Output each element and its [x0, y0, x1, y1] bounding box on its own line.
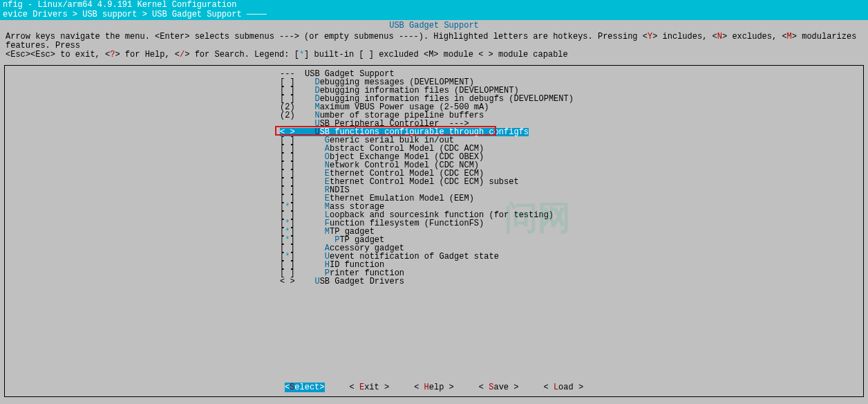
help-line1-b: > includes, < [652, 32, 717, 42]
select-button[interactable]: <Select> [285, 383, 325, 392]
save-button[interactable]: < Save > [479, 383, 519, 392]
spacer [389, 383, 409, 392]
help-line1-a: Arrow keys navigate the menu. <Enter> se… [6, 32, 648, 42]
load-open: < [543, 383, 553, 392]
exit-rest: xit > [364, 383, 389, 392]
help-line1-c: > excludes, < [722, 32, 787, 42]
spacer [325, 383, 345, 392]
main-area: USB Gadget Support Arrow keys navigate t… [0, 20, 868, 404]
help-line2-c: > for Search. Legend: [ [185, 50, 299, 59]
select-rest: elect> [294, 383, 324, 392]
help-rest: elp > [429, 383, 454, 392]
title-bar: nfig - Linux/arm64 4.9.191 Kernel Config… [0, 0, 868, 10]
menu-item[interactable]: [ ] Ethernet Control Model (CDC ECM) sub… [280, 178, 863, 186]
load-hk: L [554, 383, 558, 392]
help-line2-b: > for Help, < [115, 50, 180, 59]
help-line2-d: ] built-in [ ] excluded <M> module < > m… [304, 50, 568, 59]
save-open: < [479, 383, 489, 392]
load-rest: oad > [558, 383, 583, 392]
spacer [454, 383, 474, 392]
save-rest: ave > [493, 383, 518, 392]
menu-list[interactable]: --- USB Gadget Support[ ] Debugging mess… [280, 70, 863, 286]
help-line2-a: <Esc><Esc> to exit, < [6, 50, 110, 59]
help-text: Arrow keys navigate the menu. <Enter> se… [0, 31, 868, 62]
spacer [518, 383, 538, 392]
load-button[interactable]: < Load > [543, 383, 583, 392]
breadcrumb: evice Drivers > USB support > USB Gadget… [0, 10, 868, 20]
exit-open: < [350, 383, 359, 392]
help-hk: H [424, 383, 429, 392]
help-button[interactable]: < Help > [414, 383, 454, 392]
help-open: < [414, 383, 424, 392]
help-hotkey-m: M [787, 32, 792, 42]
section-title: USB Gadget Support [0, 20, 868, 30]
exit-button[interactable]: < Exit > [350, 383, 390, 392]
menu-item[interactable]: < > USB Gadget Drivers [280, 277, 863, 286]
help-hotkey-n: N [717, 32, 722, 42]
bottom-buttons: <Select> < Exit > < Help > < Save > < Lo… [5, 383, 863, 392]
menu-box: --- USB Gadget Support[ ] Debugging mess… [4, 65, 864, 397]
